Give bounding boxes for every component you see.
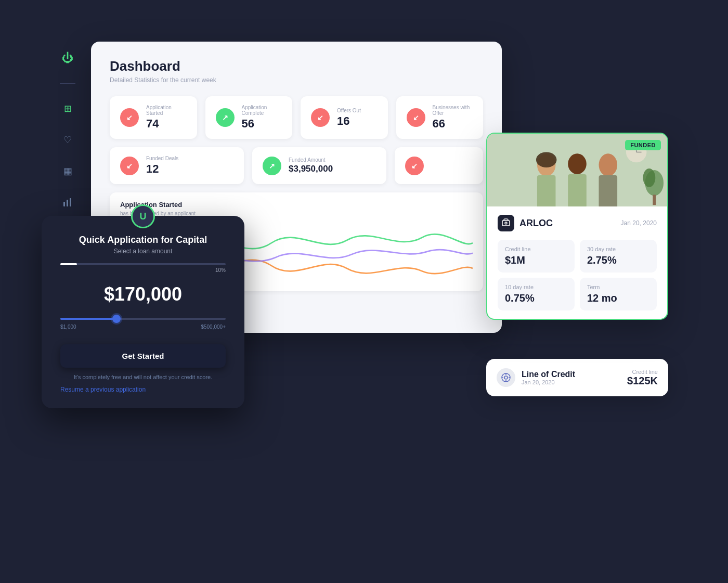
loc-icon [497,368,515,387]
stat-value-biz-offer: 66 [433,117,473,131]
arloc-stat-credit-line-value: $1M [505,254,567,266]
stat-label-funded-amount: Funded Amount [289,157,333,163]
svg-point-11 [536,152,557,167]
stat-card-funded-deals[interactable]: ↙ Funded Deals 12 [110,147,244,184]
loc-credit-label: Credit line [627,369,658,375]
svg-rect-17 [502,221,510,226]
svg-rect-12 [537,175,556,206]
stat-card-funded-amount[interactable]: ↗ Funded Amount $3,950,000 [252,147,386,184]
stat-icon-offers-out: ↙ [311,108,330,127]
quick-app-title: Quick Application for Capital [60,235,226,245]
stats-row-2: ↙ Funded Deals 12 ↗ Funded Amount $3,950… [110,147,483,184]
loc-card[interactable]: Line of Credit Jan 20, 2020 Credit line … [486,359,668,396]
svg-point-13 [568,153,587,174]
dashboard-title: Dashboard [110,58,483,74]
get-started-button[interactable]: Get Started [60,344,226,368]
funded-badge: FUNDED [625,140,661,150]
arloc-header: ARLOC Jan 20, 2020 [498,215,657,231]
chart-title: Application Started [120,201,473,209]
stat-card-biz-offer[interactable]: ↙ Businesses with Offer 66 [396,96,484,139]
svg-rect-1 [67,200,68,206]
loc-date: Jan 20, 2020 [522,379,575,385]
stat-value-offers-out: 16 [337,114,361,128]
slider-max-label: $500,000+ [201,324,226,330]
arloc-stat-term: Term 12 mo [580,278,657,310]
arloc-stat-30day-value: 2.75% [587,254,649,266]
sidebar-logo[interactable]: ⏻ [59,50,76,67]
loc-name: Line of Credit [522,370,575,379]
arloc-date: Jan 20, 2020 [621,219,657,227]
stat-icon-app-complete: ↗ [216,108,235,127]
stat-label-app-complete: Application Complete [242,105,282,116]
stats-row-1: ↙ Application Started 74 ↗ Application C… [110,96,483,139]
arloc-stat-30day-rate: 30 day rate 2.75% [580,240,657,273]
svg-rect-9 [653,195,656,205]
stat-value-funded-deals: 12 [146,162,178,176]
stat-card-app-started[interactable]: ↙ Application Started 74 [110,96,197,139]
progress-bar-container [60,263,226,265]
free-note: It's completely free and will not affect… [60,374,226,380]
progress-bar-fill [60,263,77,265]
slider-thumb[interactable] [112,315,121,323]
slider-labels: $1,000 $500,000+ [60,324,226,330]
slider-track [60,318,226,320]
loc-right: Credit line $125K [627,369,658,387]
stat-value-app-complete: 56 [242,117,282,131]
arloc-card[interactable]: FUNDED ARLOC Jan 20, 2020 Credit line $1… [486,133,668,320]
progress-label: 10% [60,267,226,273]
stat-icon-app-started: ↙ [120,108,139,127]
svg-point-15 [599,153,618,176]
sidebar-item-chart[interactable] [59,194,76,211]
arloc-stat-credit-line-label: Credit line [505,246,567,252]
svg-rect-16 [599,175,618,206]
arloc-icon [498,215,514,231]
svg-rect-0 [63,202,65,206]
arloc-name-row: ARLOC [498,215,553,231]
slider-container[interactable] [60,318,226,320]
stat-icon-funded-deals: ↙ [120,157,139,175]
svg-point-8 [643,169,656,187]
stat-value-funded-amount: $3,950,000 [289,164,333,174]
quick-application-card: U Quick Application for Capital Select a… [42,216,244,408]
stat-label-biz-offer: Businesses with Offer [433,105,473,116]
stat-label-funded-deals: Funded Deals [146,156,178,161]
arloc-stat-10day-label: 10 day rate [505,284,567,290]
stat-label-app-started: Application Started [146,105,187,116]
loc-left: Line of Credit Jan 20, 2020 [497,368,575,387]
arloc-stat-term-label: Term [587,284,649,290]
arloc-stat-credit-line: Credit line $1M [498,240,575,273]
arloc-stats-grid: Credit line $1M 30 day rate 2.75% 10 day… [498,240,657,310]
arloc-stat-30day-label: 30 day rate [587,246,649,252]
arloc-stat-10day-value: 0.75% [505,292,567,304]
svg-rect-2 [70,198,71,206]
stat-label-offers-out: Offers Out [337,108,361,113]
stat-card-app-complete[interactable]: ↗ Application Complete 56 [205,96,293,139]
arloc-stat-term-value: 12 mo [587,292,649,304]
svg-point-18 [505,222,507,224]
loan-amount-display: $170,000 [60,283,226,305]
stat-icon-funded-amount: ↗ [263,157,281,175]
arloc-stat-10day-rate: 10 day rate 0.75% [498,278,575,310]
sidebar-divider [60,83,75,84]
arloc-image: FUNDED [487,134,667,206]
slider-min-label: $1,000 [60,324,76,330]
stat-value-app-started: 74 [146,117,187,131]
loc-credit-value: $125K [627,375,658,387]
resume-link[interactable]: Resume a previous application [60,386,146,393]
arloc-name: ARLOC [519,218,553,229]
arloc-body: ARLOC Jan 20, 2020 Credit line $1M 30 da… [487,206,667,319]
stat-card-extra[interactable]: ↙ [395,147,483,184]
stat-card-offers-out[interactable]: ↙ Offers Out 16 [301,96,388,139]
stat-icon-biz-offer: ↙ [407,108,425,127]
svg-rect-14 [568,174,587,206]
dashboard-subtitle: Detailed Statistics for the current week [110,76,483,84]
quick-app-subtitle: Select a loan amount [60,248,226,255]
quick-app-logo: U [131,204,155,228]
slider-fill [60,318,116,320]
sidebar-item-grid[interactable]: ⊞ [59,100,76,117]
sidebar-item-table[interactable]: ▦ [59,163,76,179]
sidebar-item-heart[interactable]: ♡ [59,132,76,148]
stat-icon-extra: ↙ [405,157,424,175]
